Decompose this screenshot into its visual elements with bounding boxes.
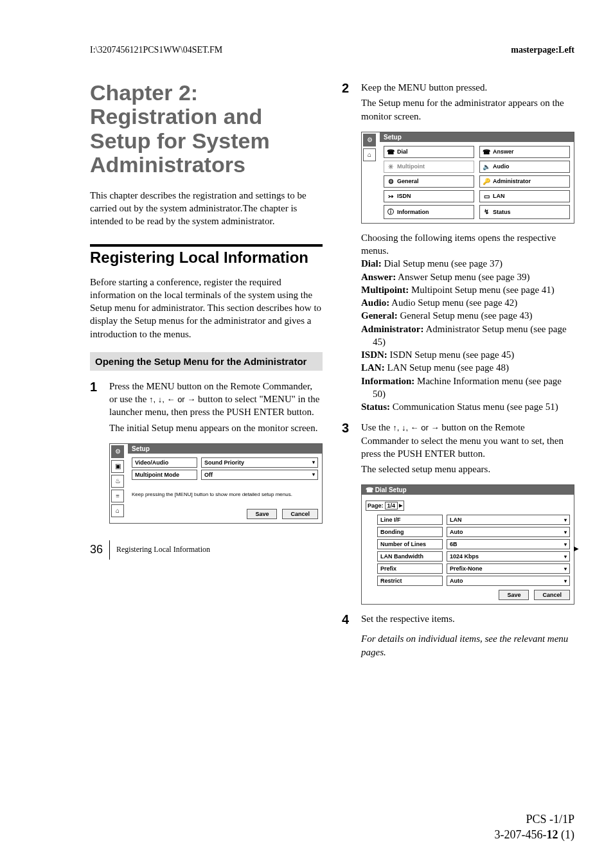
menu-item-lan[interactable]: ▭LAN bbox=[479, 190, 570, 202]
cancel-button[interactable]: Cancel bbox=[534, 590, 570, 600]
def-term: Administrator: bbox=[361, 324, 424, 334]
step-number: 3 bbox=[342, 421, 355, 475]
menu-item-label: ISDN bbox=[397, 193, 411, 199]
save-button[interactable]: Save bbox=[499, 590, 529, 600]
step-4: 4 Set the respective items. bbox=[342, 612, 574, 627]
step-number: 1 bbox=[90, 380, 103, 434]
definition-line: Information: Machine Information menu (s… bbox=[361, 375, 574, 401]
doc-code-a: 3-207-456- bbox=[495, 828, 547, 841]
step-1: 1 Press the MENU button on the Remote Co… bbox=[90, 380, 323, 434]
field-dropdown[interactable]: Auto▾ bbox=[447, 527, 570, 537]
chevron-down-icon: ▾ bbox=[564, 578, 567, 584]
step-2: 2 Keep the MENU button pressed. The Setu… bbox=[342, 81, 574, 123]
footer-title: Registering Local Information bbox=[116, 545, 210, 554]
dial-field-row: Line I/FLAN▾ bbox=[377, 515, 570, 525]
field-label: Restrict bbox=[377, 576, 443, 586]
setup-field-row: Multipoint ModeOff▾ bbox=[132, 470, 318, 480]
menu-item-answer[interactable]: ☎Answer bbox=[479, 146, 570, 158]
header-right: masterpage:Left bbox=[511, 45, 574, 55]
dial-field-row: PrefixPrefix-None▾ bbox=[377, 563, 570, 574]
field-dropdown[interactable]: 6B▾ bbox=[447, 539, 570, 549]
menu-item-audio[interactable]: 🔈Audio bbox=[479, 161, 570, 173]
definition-line: General: General Setup menu (see page 43… bbox=[361, 309, 574, 322]
menu-item-general[interactable]: ⚙General bbox=[384, 175, 474, 188]
screen-hint: Keep pressing the [MENU] button to show … bbox=[132, 492, 318, 497]
cancel-button[interactable]: Cancel bbox=[282, 509, 318, 519]
def-desc: Multipoint Setup menu (see page 41) bbox=[409, 285, 555, 295]
sidebar-icon: ⌂ bbox=[111, 504, 124, 517]
definition-line: Answer: Answer Setup menu (see page 39) bbox=[361, 270, 574, 283]
menu-item-status[interactable]: ↯Status bbox=[479, 205, 570, 219]
field-dropdown[interactable]: Prefix-None▾ bbox=[447, 563, 570, 574]
menu-item-label: Administrator bbox=[493, 178, 531, 184]
step-3: 3 Use the ↑, ↓, ← or → button on the Rem… bbox=[342, 421, 574, 475]
menu-item-icon: ✳ bbox=[387, 163, 395, 170]
field-value: 1024 Kbps bbox=[450, 553, 479, 560]
chevron-down-icon: ▾ bbox=[312, 472, 315, 477]
sidebar-icon: ≡ bbox=[111, 490, 124, 502]
screen-sidebar-icons: ⚙ ▣ ♨ ≡ ⌂ bbox=[110, 444, 125, 523]
step-body: Keep the MENU button pressed. The Setup … bbox=[361, 81, 574, 123]
menu-item-dial[interactable]: ☎Dial bbox=[384, 146, 474, 158]
chevron-right-icon: ▶ bbox=[399, 503, 402, 508]
menu-item-label: Information bbox=[397, 209, 429, 215]
page-label: Page: bbox=[368, 502, 384, 509]
menu-item-icon: ☎ bbox=[387, 148, 395, 155]
bottom-right-code: PCS -1/1P 3-207-456-12 (1) bbox=[495, 812, 574, 842]
section-paragraph: Before starting a conference, register t… bbox=[90, 276, 323, 341]
field-value: LAN bbox=[450, 517, 462, 523]
def-desc: Dial Setup menu (see page 37) bbox=[382, 258, 502, 269]
field-value: Off bbox=[204, 472, 213, 478]
right-column: 2 Keep the MENU button pressed. The Setu… bbox=[342, 81, 574, 659]
menu-item-information[interactable]: ⓘInformation bbox=[384, 205, 474, 219]
header-left: I:\3207456121PCS1WW\04SET.FM bbox=[90, 45, 222, 55]
step-body: Use the ↑, ↓, ← or → button on the Remot… bbox=[361, 421, 574, 475]
step-sub: The initial Setup menu appears on the mo… bbox=[109, 421, 323, 434]
wrench-icon: ⚙ bbox=[111, 445, 124, 458]
setup-field-row: Video/AudioSound Priority▾ bbox=[132, 457, 318, 468]
field-dropdown[interactable]: LAN▾ bbox=[447, 515, 570, 525]
dial-field-row: Number of Lines6B▾ bbox=[377, 539, 570, 549]
field-dropdown[interactable]: Sound Priority▾ bbox=[201, 457, 318, 468]
step-number: 2 bbox=[342, 81, 355, 123]
step-text-a: Use the bbox=[361, 422, 393, 432]
doc-code-c: (1) bbox=[558, 828, 575, 841]
field-dropdown[interactable]: 1024 Kbps▾ bbox=[447, 551, 570, 562]
chevron-right-icon: ▶ bbox=[574, 545, 579, 552]
save-button[interactable]: Save bbox=[247, 509, 277, 519]
step-body: Set the respective items. bbox=[361, 612, 574, 627]
chevron-down-icon: ▾ bbox=[564, 542, 567, 547]
definition-line: Audio: Audio Setup menu (see page 42) bbox=[361, 296, 574, 309]
def-term: Answer: bbox=[361, 272, 396, 282]
page-indicator[interactable]: Page: 1/4 ▶ bbox=[366, 500, 404, 511]
menu-item-label: Status bbox=[493, 209, 511, 215]
field-dropdown[interactable]: Off▾ bbox=[201, 470, 318, 480]
menu-item-label: Dial bbox=[397, 148, 408, 155]
def-desc: General Setup menu (see page 43) bbox=[398, 310, 533, 321]
dial-field-row: LAN Bandwidth1024 Kbps▾ bbox=[377, 551, 570, 562]
model-code: PCS -1/1P bbox=[495, 812, 574, 827]
menu-item-icon: ↣ bbox=[387, 193, 395, 200]
field-label: Video/Audio bbox=[132, 457, 197, 468]
screen-title: Setup bbox=[128, 444, 322, 454]
dial-setup-label: Dial Setup bbox=[375, 486, 407, 493]
definition-line: Status: Communication Status menu (see p… bbox=[361, 400, 574, 413]
field-label: Prefix bbox=[377, 563, 443, 574]
menu-item-administrator[interactable]: 🔑Administrator bbox=[479, 175, 570, 188]
menu-item-multipoint: ✳Multipoint bbox=[384, 161, 474, 173]
dial-field-row: BondingAuto▾ bbox=[377, 527, 570, 537]
definition-line: Dial: Dial Setup menu (see page 37) bbox=[361, 257, 574, 270]
menu-item-label: Multipoint bbox=[397, 163, 425, 170]
menu-item-isdn[interactable]: ↣ISDN bbox=[384, 190, 474, 202]
step-text: Keep the MENU button pressed. bbox=[361, 82, 487, 93]
def-intro-text: Choosing the following items opens the r… bbox=[361, 231, 574, 258]
chevron-down-icon: ▾ bbox=[564, 517, 567, 523]
field-dropdown[interactable]: Auto▾ bbox=[447, 576, 570, 586]
def-desc: Answer Setup menu (see page 39) bbox=[396, 272, 529, 282]
menu-item-icon: 🔈 bbox=[483, 163, 490, 170]
menu-item-label: General bbox=[397, 178, 419, 184]
menu-item-label: LAN bbox=[493, 193, 505, 199]
def-term: Dial: bbox=[361, 258, 382, 269]
def-term: ISDN: bbox=[361, 350, 387, 360]
def-desc: Audio Setup menu (see page 42) bbox=[389, 297, 517, 308]
